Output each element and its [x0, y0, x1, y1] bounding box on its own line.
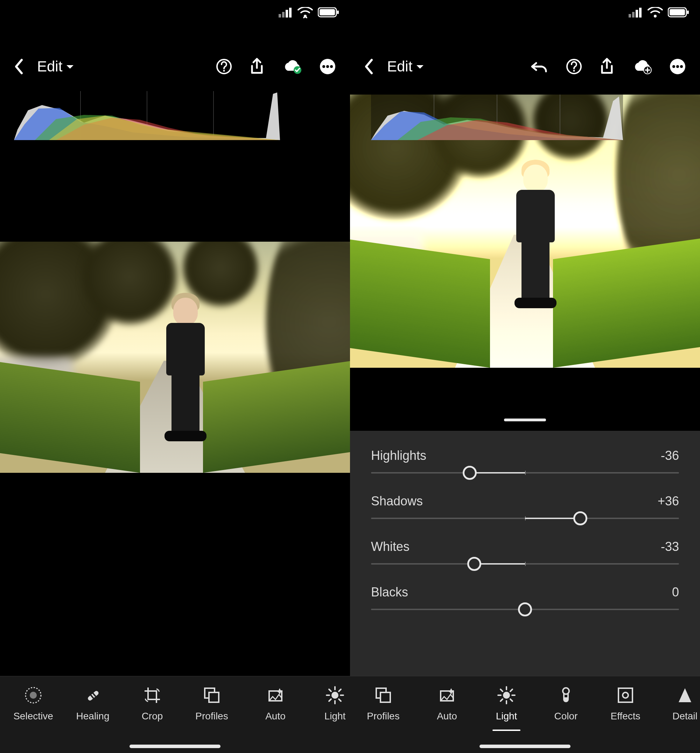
tool-selective[interactable]: Selective	[3, 686, 63, 722]
tool-label: Profiles	[367, 711, 399, 722]
tool-label: Crop	[142, 711, 163, 722]
tool-label: Profiles	[195, 711, 228, 722]
slider-value: +36	[658, 494, 679, 509]
slider-label: Whites	[371, 539, 410, 554]
svg-point-12	[322, 65, 325, 68]
cloud-add-button[interactable]	[631, 59, 652, 74]
svg-point-4	[304, 15, 307, 17]
svg-line-67	[510, 689, 512, 691]
share-button[interactable]	[249, 58, 265, 76]
svg-rect-70	[619, 688, 633, 702]
svg-line-32	[329, 689, 331, 691]
svg-rect-37	[628, 14, 631, 17]
tool-label: Auto	[437, 711, 457, 722]
svg-point-20	[30, 692, 37, 699]
tool-color[interactable]: Color	[536, 686, 596, 722]
status-bar	[628, 7, 689, 18]
panel-drag-handle[interactable]	[504, 419, 546, 421]
slider-value: -36	[661, 448, 679, 463]
svg-line-64	[500, 689, 503, 691]
tool-label: Light	[496, 711, 517, 722]
svg-point-27	[332, 692, 338, 699]
help-button[interactable]	[215, 58, 232, 75]
cellular-icon	[279, 8, 293, 17]
tool-effects[interactable]: Effects	[596, 686, 655, 722]
bottom-toolbar: SelectiveHealingCropProfilesAutoLightCol	[0, 676, 350, 753]
tool-label: Color	[554, 711, 578, 722]
svg-line-66	[500, 699, 503, 701]
svg-line-65	[510, 699, 512, 701]
svg-rect-6	[320, 9, 335, 16]
chevron-down-icon	[66, 64, 74, 70]
slider-value: -33	[661, 539, 679, 554]
phone-right: Edit	[350, 0, 700, 753]
wifi-icon	[647, 7, 663, 18]
light-sliders-panel: Highlights-36Shadows+36Whites-33Blacks0	[350, 431, 700, 676]
cloud-sync-button[interactable]	[281, 59, 302, 74]
slider-value: 0	[672, 585, 679, 600]
svg-point-13	[326, 65, 329, 68]
tool-light[interactable]: Light	[477, 686, 536, 731]
svg-rect-3	[289, 8, 292, 17]
slider-track[interactable]	[371, 563, 679, 565]
mode-dropdown[interactable]: Edit	[37, 58, 74, 75]
wifi-icon	[298, 7, 313, 18]
svg-point-71	[623, 692, 628, 698]
slider-thumb[interactable]	[467, 557, 481, 571]
svg-point-14	[330, 65, 333, 68]
battery-icon	[318, 7, 340, 18]
mode-dropdown[interactable]: Edit	[387, 58, 424, 75]
tool-profiles[interactable]: Profiles	[182, 686, 242, 722]
slider-track[interactable]	[371, 472, 679, 473]
cellular-icon	[628, 8, 642, 17]
more-button[interactable]	[319, 58, 336, 75]
svg-line-35	[339, 689, 341, 691]
svg-rect-69	[564, 697, 568, 701]
tool-healing[interactable]: Healing	[63, 686, 123, 722]
svg-rect-38	[632, 12, 635, 17]
slider-thumb[interactable]	[518, 602, 532, 616]
histogram[interactable]	[371, 95, 623, 140]
tool-detail[interactable]: Detail	[655, 686, 700, 722]
tool-crop[interactable]: Crop	[123, 686, 182, 722]
slider-track[interactable]	[371, 609, 679, 610]
slider-thumb[interactable]	[463, 466, 477, 480]
top-nav: Edit	[0, 53, 350, 81]
svg-rect-25	[209, 692, 219, 702]
tool-label: Detail	[672, 711, 698, 722]
back-button[interactable]	[364, 58, 374, 75]
svg-rect-0	[279, 14, 281, 17]
tool-label: Healing	[76, 711, 109, 722]
svg-rect-7	[337, 11, 339, 14]
svg-point-46	[573, 70, 575, 72]
status-bar	[279, 7, 340, 18]
home-indicator[interactable]	[129, 745, 220, 748]
tool-auto[interactable]: Auto	[417, 686, 477, 722]
undo-button[interactable]	[531, 59, 549, 73]
tool-label: Effects	[610, 711, 640, 722]
photo-preview[interactable]	[0, 242, 350, 473]
svg-point-59	[503, 692, 510, 699]
mode-label: Edit	[387, 58, 412, 75]
slider-label: Shadows	[371, 494, 423, 509]
svg-rect-21	[87, 690, 100, 701]
tool-label: Selective	[13, 711, 53, 722]
tool-light[interactable]: Light	[305, 686, 350, 722]
help-button[interactable]	[566, 58, 582, 75]
mode-label: Edit	[37, 58, 62, 75]
tool-profiles[interactable]: Profiles	[354, 686, 413, 722]
back-button[interactable]	[14, 58, 24, 75]
more-button[interactable]	[669, 58, 686, 75]
tool-label: Light	[324, 711, 346, 722]
slider-thumb[interactable]	[573, 511, 587, 525]
slider-track[interactable]	[371, 518, 679, 519]
tool-auto[interactable]: Auto	[246, 686, 305, 722]
svg-line-33	[339, 699, 341, 701]
svg-rect-2	[285, 10, 288, 17]
slider-whites: Whites-33	[371, 539, 679, 565]
slider-label: Blacks	[371, 585, 408, 600]
share-button[interactable]	[599, 58, 614, 76]
svg-point-41	[654, 15, 656, 17]
histogram[interactable]	[14, 91, 280, 140]
home-indicator[interactable]	[480, 745, 571, 748]
